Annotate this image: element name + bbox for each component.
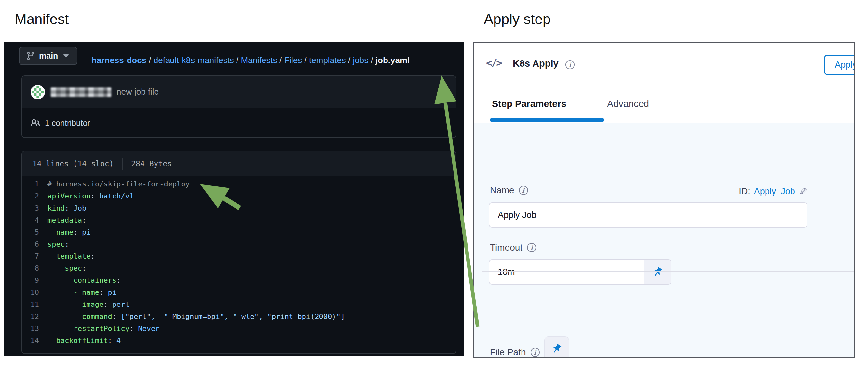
name-field-label: Name (490, 185, 528, 195)
info-icon[interactable] (519, 186, 528, 195)
line-number[interactable]: 5 (22, 226, 39, 238)
breadcrumb-item-harness-docs[interactable]: harness-docs (91, 55, 146, 65)
code-line: 3kind: Job (22, 202, 456, 214)
line-number[interactable]: 1 (22, 178, 39, 190)
redacted-author-name (51, 87, 111, 97)
breadcrumb-item-Files[interactable]: Files (284, 55, 302, 65)
apply-step-section-title: Apply step (484, 11, 551, 27)
code-text: backoffLimit: 4 (48, 334, 121, 346)
code-text: kind: Job (48, 202, 86, 214)
k8s-apply-step-panel: K8s Apply Apply Step Parameters Advanced… (473, 42, 855, 358)
line-number[interactable]: 7 (22, 250, 39, 262)
step-title: K8s Apply (513, 58, 559, 69)
timeout-field-label: Timeout (490, 242, 536, 253)
line-number[interactable]: 6 (22, 238, 39, 250)
code-line: 11 image: perl (22, 298, 456, 310)
meta-divider (122, 158, 123, 170)
breadcrumb-separator: / (234, 55, 241, 65)
code-text: containers: (48, 274, 121, 286)
file-path-field-label: File Path (490, 347, 540, 358)
branch-name: main (39, 51, 58, 61)
name-input[interactable] (489, 202, 807, 228)
code-step-icon (486, 57, 501, 69)
code-line: 12 command: ["perl", "-Mbignum=bpi", "-w… (22, 310, 456, 323)
code-line: 13 restartPolicy: Never (22, 323, 456, 334)
file-path-pin-button[interactable] (544, 336, 569, 358)
breadcrumb-item-jobs[interactable]: jobs (353, 55, 368, 65)
breadcrumb-item-Manifests[interactable]: Manifests (241, 55, 277, 65)
avatar[interactable] (31, 85, 45, 99)
step-id-block: ID: Apply_Job (739, 186, 807, 197)
line-number[interactable]: 10 (22, 286, 39, 298)
info-icon[interactable] (565, 60, 575, 69)
tab-step-parameters[interactable]: Step Parameters (492, 99, 566, 109)
code-text: spec: (48, 262, 86, 274)
breadcrumb-separator: / (368, 55, 375, 65)
latest-commit-box: new job file 1 contributor (22, 75, 457, 138)
code-line: 14 backoffLimit: 4 (22, 334, 456, 346)
git-branch-icon (26, 52, 35, 61)
file-content-box: 14 lines (14 sloc) 284 Bytes 1# harness.… (22, 151, 457, 354)
breadcrumb-separator: / (346, 55, 353, 65)
line-number[interactable]: 2 (22, 190, 39, 202)
github-file-panel: main harness-docs / default-k8s-manifest… (4, 42, 464, 356)
name-label-text: Name (490, 185, 514, 195)
code-line: 10 - name: pi (22, 286, 456, 298)
line-number[interactable]: 8 (22, 262, 39, 274)
breadcrumb: harness-docs / default-k8s-manifests / M… (91, 55, 410, 65)
line-number[interactable]: 4 (22, 214, 39, 226)
line-number[interactable]: 9 (22, 274, 39, 286)
code-viewer: 1# harness.io/skip-file-for-deploy2apiVe… (22, 176, 456, 346)
breadcrumb-separator: / (302, 55, 309, 65)
apply-changes-button[interactable]: Apply (824, 55, 855, 75)
contributors-row: 1 contributor (22, 108, 456, 138)
active-tab-underline (490, 118, 604, 122)
code-text: name: pi (48, 226, 90, 238)
commit-message[interactable]: new job file (117, 87, 159, 97)
code-text: # harness.io/skip-file-for-deploy (48, 178, 190, 190)
code-line: 9 containers: (22, 274, 456, 286)
tab-advanced[interactable]: Advanced (607, 99, 649, 109)
code-line: 5 name: pi (22, 226, 456, 238)
breadcrumb-item-job.yaml: job.yaml (375, 55, 410, 65)
identicon (31, 85, 45, 99)
line-number[interactable]: 11 (22, 298, 39, 310)
line-number[interactable]: 3 (22, 202, 39, 214)
info-icon[interactable] (527, 243, 536, 252)
line-number[interactable]: 13 (22, 323, 39, 334)
chevron-down-icon (63, 54, 69, 58)
line-number[interactable]: 14 (22, 334, 39, 346)
branch-selector-button[interactable]: main (19, 47, 78, 65)
code-text: command: ["perl", "-Mbignum=bpi", "-wle"… (48, 310, 345, 323)
info-icon[interactable] (531, 348, 540, 357)
code-line: 8 spec: (22, 262, 456, 274)
manifest-section-title: Manifest (14, 11, 69, 27)
screenshot-stage: Manifest Apply step main harness-docs / … (0, 0, 868, 367)
code-line: 6spec: (22, 238, 456, 250)
code-line: 1# harness.io/skip-file-for-deploy (22, 178, 456, 190)
section-divider (482, 271, 854, 272)
contributors-link[interactable]: 1 contributor (45, 118, 90, 128)
step-parameters-form: Name ID: Apply_Job Timeout (474, 123, 854, 357)
file-meta-bar: 14 lines (14 sloc) 284 Bytes (22, 151, 456, 176)
code-line: 7 template: (22, 250, 456, 262)
line-number[interactable]: 12 (22, 310, 39, 323)
file-size: 284 Bytes (131, 159, 172, 168)
code-text: spec: (48, 238, 69, 250)
step-id-value[interactable]: Apply_Job (754, 186, 795, 196)
step-header: K8s Apply Apply (474, 42, 854, 86)
code-text: template: (48, 250, 95, 262)
code-text: apiVersion: batch/v1 (48, 190, 134, 202)
pencil-icon[interactable] (799, 186, 807, 197)
breadcrumb-item-templates[interactable]: templates (309, 55, 346, 65)
pushpin-icon (551, 343, 562, 354)
breadcrumb-separator: / (146, 55, 154, 65)
breadcrumb-separator: / (277, 55, 284, 65)
file-path-label-text: File Path (490, 347, 526, 358)
id-prefix: ID: (739, 186, 750, 196)
code-text: - name: pi (48, 286, 117, 298)
breadcrumb-item-default-k8s-manifests[interactable]: default-k8s-manifests (154, 55, 234, 65)
code-text: restartPolicy: Never (48, 323, 159, 334)
commit-row: new job file (22, 76, 456, 108)
file-lines-count: 14 lines (14 sloc) (33, 159, 114, 168)
